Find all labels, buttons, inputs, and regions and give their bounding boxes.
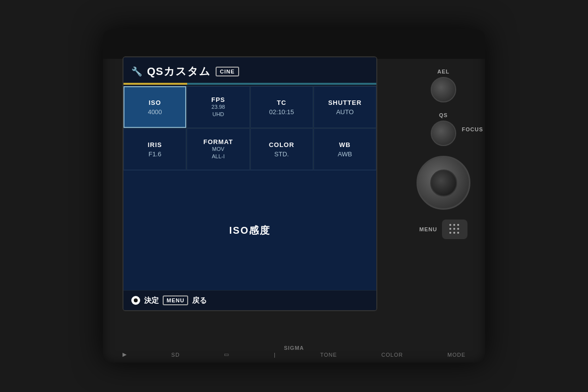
format-label: FORMAT — [203, 138, 233, 146]
menu-label: MENU — [419, 226, 437, 232]
progress-bar-gold — [123, 83, 187, 85]
qs-button-area: QS — [431, 112, 456, 146]
wb-value: AWB — [338, 150, 352, 158]
dot — [457, 232, 459, 234]
dot — [453, 232, 455, 234]
frame-icon: ▭ — [224, 351, 229, 358]
dot — [449, 224, 451, 226]
shutter-value: AUTO — [336, 108, 354, 116]
back-label: 戻る — [192, 296, 207, 305]
ael-button[interactable] — [431, 77, 456, 102]
wb-label: WB — [339, 141, 351, 148]
separator-icon: | — [274, 352, 276, 358]
format-value: MOVALL-I — [212, 146, 224, 161]
color-label: COLOR — [381, 352, 403, 358]
play-icon: ▶ — [122, 351, 127, 358]
right-controls: AEL QS FOCUS MENU — [416, 69, 470, 239]
focus-label: FOCUS — [462, 126, 484, 132]
screen-content: 🔧 QSカスタム CINE ISO 4000 FPS — [123, 57, 376, 310]
navigation-dial[interactable] — [416, 156, 470, 210]
progress-bars — [123, 83, 376, 85]
wrench-icon: 🔧 — [131, 66, 142, 77]
iris-label: IRIS — [147, 141, 162, 148]
screen-title: QSカスタム — [147, 64, 211, 79]
iso-description: ISO感度 — [123, 170, 376, 290]
menu-badge: MENU — [163, 295, 188, 305]
tone-label: TONE — [320, 352, 337, 358]
tc-value: 02:10:15 — [269, 108, 294, 116]
grid-dots-icon — [449, 224, 460, 235]
color-value: STD. — [274, 150, 289, 158]
progress-bar-teal — [187, 83, 376, 85]
circle-inner — [134, 298, 138, 302]
ael-label: AEL — [438, 69, 450, 74]
format-cell[interactable]: FORMAT MOVALL-I — [187, 128, 249, 170]
qs-button[interactable] — [431, 121, 456, 146]
fps-value: 23.98UHD — [212, 103, 225, 119]
dot — [453, 224, 455, 226]
camera-top — [103, 29, 485, 59]
iso-value: 4000 — [148, 108, 162, 116]
confirm-button-icon — [131, 296, 140, 305]
cine-badge: CINE — [216, 67, 239, 76]
wb-cell[interactable]: WB AWB — [314, 128, 376, 170]
camera-body: 🔧 QSカスタム CINE ISO 4000 FPS — [103, 29, 485, 363]
mode-label: MODE — [447, 352, 466, 358]
dot — [457, 228, 459, 230]
screen-header: 🔧 QSカスタム CINE — [123, 57, 376, 83]
grid-button[interactable] — [442, 220, 467, 239]
camera-bottom-bar: ▶ SD ▭ | TONE COLOR SIGMA MODE — [122, 351, 466, 358]
iso-description-text: ISO感度 — [229, 224, 270, 237]
qs-label: QS — [439, 112, 448, 118]
tc-label: TC — [277, 99, 286, 106]
screen-bottom: 決定 MENU 戻る — [123, 290, 376, 310]
confirm-label: 決定 — [144, 296, 159, 305]
dot — [449, 232, 451, 234]
sd-label: SD — [172, 352, 180, 358]
dot — [453, 228, 455, 230]
dot — [457, 224, 459, 226]
shutter-label: SHUTTER — [328, 99, 362, 106]
tc-cell[interactable]: TC 02:10:15 — [250, 86, 313, 128]
iris-value: F1.6 — [148, 150, 161, 158]
ael-button-area: AEL — [431, 69, 456, 102]
dot — [449, 228, 451, 230]
iris-cell[interactable]: IRIS F1.6 — [123, 128, 186, 170]
sigma-brand: SIGMA — [284, 345, 304, 351]
menu-button-area: MENU — [419, 220, 467, 239]
lcd-screen: 🔧 QSカスタム CINE ISO 4000 FPS — [122, 56, 377, 311]
color-label: COLOR — [269, 141, 294, 148]
color-cell[interactable]: COLOR STD. — [250, 128, 313, 170]
dial-inner — [430, 170, 457, 196]
iso-label: ISO — [148, 99, 161, 106]
iso-cell[interactable]: ISO 4000 — [123, 86, 186, 128]
fps-cell[interactable]: FPS 23.98UHD — [187, 86, 249, 128]
settings-grid: ISO 4000 FPS 23.98UHD TC 02:10:15 SHUTTE… — [123, 86, 376, 170]
shutter-cell[interactable]: SHUTTER AUTO — [314, 86, 376, 128]
fps-label: FPS — [211, 96, 225, 103]
